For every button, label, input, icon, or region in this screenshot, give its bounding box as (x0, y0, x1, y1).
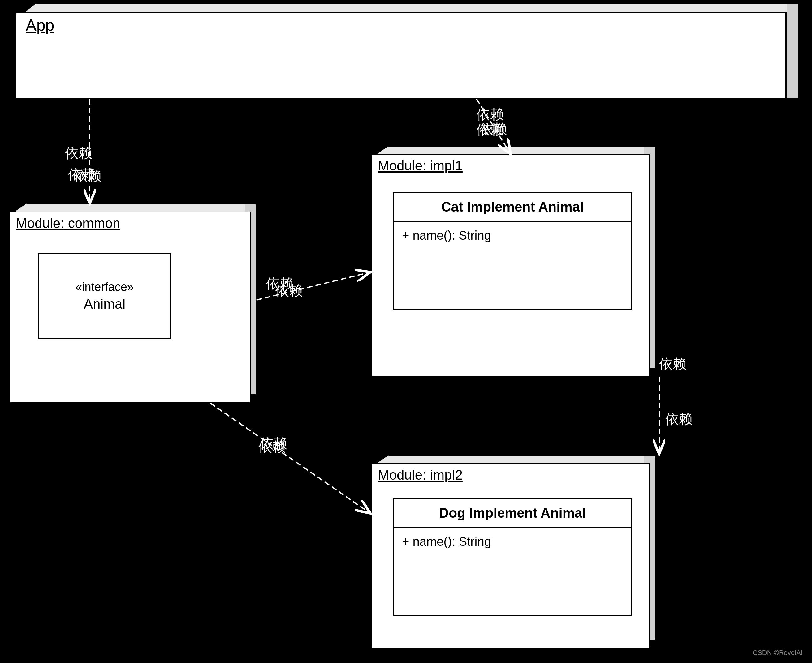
impl2-front-face: Module: impl2 Dog Implement Animal + nam… (371, 463, 650, 649)
dog-class-header: Dog Implement Animal (394, 499, 630, 528)
interface-stereotype: «interface» (76, 280, 134, 294)
dog-class-method: + name(): String (402, 535, 491, 548)
cat-class-box: Cat Implement Animal + name(): String (393, 192, 632, 310)
app-top-face (25, 3, 795, 12)
watermark: CSDN ©RevelAI (753, 649, 803, 657)
arrow-label-2: 依赖 (68, 165, 95, 184)
interface-name: Animal (84, 296, 126, 312)
impl2-title: Module: impl2 (378, 467, 463, 483)
app-front-face: App (15, 12, 786, 99)
dog-class-title: Dog Implement Animal (439, 505, 586, 521)
svg-text:依赖: 依赖 (65, 146, 92, 160)
app-title: App (26, 16, 55, 34)
common-title: Module: common (16, 215, 120, 231)
common-top-face (15, 204, 256, 212)
interface-animal-box: «interface» Animal (38, 253, 171, 339)
cat-class-method: + name(): String (402, 228, 491, 242)
app-right-face (787, 3, 799, 99)
impl1-title: Module: impl1 (378, 158, 463, 173)
common-front-face: Module: common «interface» Animal (9, 212, 251, 403)
cat-class-header: Cat Implement Animal (394, 193, 630, 222)
dog-class-box: Dog Implement Animal + name(): String (393, 498, 632, 616)
cat-class-body: + name(): String (394, 222, 630, 249)
impl1-top-face (377, 146, 655, 154)
svg-text:依赖: 依赖 (665, 411, 692, 427)
arrow-label-3: 依赖 (266, 275, 293, 293)
diagram-container: App 依赖 依赖 Module: common «interface» Ani… (0, 0, 812, 663)
cat-class-title: Cat Implement Animal (441, 199, 583, 214)
arrow-label-5: 依赖 (260, 435, 287, 453)
impl2-top-face (377, 455, 655, 463)
dog-class-body: + name(): String (394, 528, 630, 555)
arrow-label-4: 依赖 (659, 355, 686, 373)
svg-text:依赖: 依赖 (477, 107, 504, 122)
arrow-label-1: 依赖 (477, 121, 504, 139)
svg-line-9 (211, 403, 370, 513)
impl1-front-face: Module: impl1 Cat Implement Animal + nam… (371, 154, 650, 377)
